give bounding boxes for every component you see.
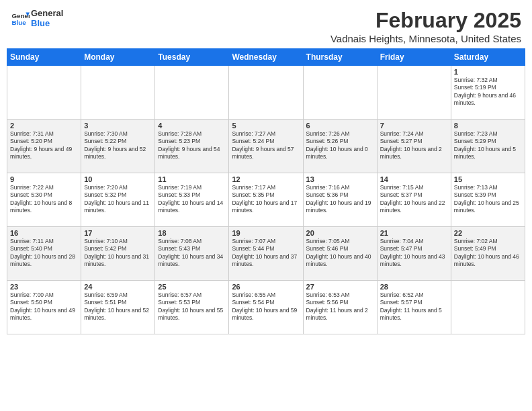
day-header-thursday: Thursday (303, 49, 377, 66)
day-info: Sunrise: 7:31 AM Sunset: 5:20 PM Dayligh… (10, 130, 78, 161)
week-row-4: 16Sunrise: 7:11 AM Sunset: 5:40 PM Dayli… (7, 227, 525, 281)
day-info: Sunrise: 7:20 AM Sunset: 5:32 PM Dayligh… (84, 184, 152, 215)
day-info: Sunrise: 7:23 AM Sunset: 5:29 PM Dayligh… (454, 130, 522, 161)
day-header-monday: Monday (81, 49, 155, 66)
day-info: Sunrise: 7:27 AM Sunset: 5:24 PM Dayligh… (232, 130, 300, 161)
day-number: 5 (232, 122, 300, 130)
day-info: Sunrise: 7:00 AM Sunset: 5:50 PM Dayligh… (10, 291, 78, 322)
day-number: 25 (158, 283, 226, 291)
day-cell: 10Sunrise: 7:20 AM Sunset: 5:32 PM Dayli… (81, 173, 155, 227)
day-info: Sunrise: 7:05 AM Sunset: 5:46 PM Dayligh… (306, 238, 374, 269)
week-row-2: 2Sunrise: 7:31 AM Sunset: 5:20 PM Daylig… (7, 120, 525, 173)
day-cell: 7Sunrise: 7:24 AM Sunset: 5:27 PM Daylig… (377, 120, 451, 173)
day-cell: 12Sunrise: 7:17 AM Sunset: 5:35 PM Dayli… (229, 173, 303, 227)
day-info: Sunrise: 7:13 AM Sunset: 5:39 PM Dayligh… (454, 184, 522, 215)
day-number: 14 (380, 175, 448, 183)
day-number: 7 (380, 122, 448, 130)
day-cell: 19Sunrise: 7:07 AM Sunset: 5:44 PM Dayli… (229, 227, 303, 281)
day-number: 8 (454, 122, 522, 130)
day-number: 19 (232, 229, 300, 237)
day-header-saturday: Saturday (451, 49, 525, 66)
day-number: 23 (10, 283, 78, 291)
day-cell (155, 66, 229, 120)
day-cell: 14Sunrise: 7:15 AM Sunset: 5:37 PM Dayli… (377, 173, 451, 227)
day-number: 11 (158, 175, 226, 183)
day-cell (7, 66, 81, 120)
day-cell (81, 66, 155, 120)
day-number: 17 (84, 229, 152, 237)
week-row-3: 9Sunrise: 7:22 AM Sunset: 5:30 PM Daylig… (7, 173, 525, 227)
header: General Blue General Blue February 2025 … (0, 0, 532, 48)
day-cell: 27Sunrise: 6:53 AM Sunset: 5:56 PM Dayli… (303, 281, 377, 334)
day-number: 20 (306, 229, 374, 237)
day-info: Sunrise: 6:57 AM Sunset: 5:53 PM Dayligh… (158, 291, 226, 322)
day-cell: 28Sunrise: 6:52 AM Sunset: 5:57 PM Dayli… (377, 281, 451, 334)
logo-line2: Blue (31, 18, 63, 28)
day-cell: 18Sunrise: 7:08 AM Sunset: 5:43 PM Dayli… (155, 227, 229, 281)
day-cell: 5Sunrise: 7:27 AM Sunset: 5:24 PM Daylig… (229, 120, 303, 173)
day-number: 13 (306, 175, 374, 183)
day-header-friday: Friday (377, 49, 451, 66)
day-cell (303, 66, 377, 120)
day-cell: 25Sunrise: 6:57 AM Sunset: 5:53 PM Dayli… (155, 281, 229, 334)
day-info: Sunrise: 7:10 AM Sunset: 5:42 PM Dayligh… (84, 238, 152, 269)
day-info: Sunrise: 7:17 AM Sunset: 5:35 PM Dayligh… (232, 184, 300, 215)
day-cell (377, 66, 451, 120)
day-cell (451, 281, 525, 334)
day-number: 3 (84, 122, 152, 130)
day-cell: 8Sunrise: 7:23 AM Sunset: 5:29 PM Daylig… (451, 120, 525, 173)
day-info: Sunrise: 7:28 AM Sunset: 5:23 PM Dayligh… (158, 130, 226, 161)
day-info: Sunrise: 7:30 AM Sunset: 5:22 PM Dayligh… (84, 130, 152, 161)
svg-text:Blue: Blue (11, 19, 26, 26)
day-info: Sunrise: 7:07 AM Sunset: 5:44 PM Dayligh… (232, 238, 300, 269)
day-info: Sunrise: 7:24 AM Sunset: 5:27 PM Dayligh… (380, 130, 448, 161)
day-cell (229, 66, 303, 120)
day-cell: 3Sunrise: 7:30 AM Sunset: 5:22 PM Daylig… (81, 120, 155, 173)
day-cell: 21Sunrise: 7:04 AM Sunset: 5:47 PM Dayli… (377, 227, 451, 281)
day-number: 18 (158, 229, 226, 237)
day-number: 2 (10, 122, 78, 130)
day-info: Sunrise: 7:04 AM Sunset: 5:47 PM Dayligh… (380, 238, 448, 269)
day-number: 21 (380, 229, 448, 237)
day-cell: 20Sunrise: 7:05 AM Sunset: 5:46 PM Dayli… (303, 227, 377, 281)
day-info: Sunrise: 7:16 AM Sunset: 5:36 PM Dayligh… (306, 184, 374, 215)
day-cell: 26Sunrise: 6:55 AM Sunset: 5:54 PM Dayli… (229, 281, 303, 334)
calendar-title: February 2025 (330, 8, 521, 33)
day-number: 27 (306, 283, 374, 291)
day-cell: 1Sunrise: 7:32 AM Sunset: 5:19 PM Daylig… (451, 66, 525, 120)
logo-icon: General Blue (11, 9, 30, 28)
day-cell: 22Sunrise: 7:02 AM Sunset: 5:49 PM Dayli… (451, 227, 525, 281)
day-number: 6 (306, 122, 374, 130)
day-info: Sunrise: 7:32 AM Sunset: 5:19 PM Dayligh… (454, 77, 522, 107)
day-number: 1 (454, 68, 522, 76)
day-number: 4 (158, 122, 226, 130)
day-cell: 15Sunrise: 7:13 AM Sunset: 5:39 PM Dayli… (451, 173, 525, 227)
day-info: Sunrise: 6:52 AM Sunset: 5:57 PM Dayligh… (380, 291, 448, 322)
day-cell: 4Sunrise: 7:28 AM Sunset: 5:23 PM Daylig… (155, 120, 229, 173)
day-number: 16 (10, 229, 78, 237)
day-info: Sunrise: 6:53 AM Sunset: 5:56 PM Dayligh… (306, 291, 374, 322)
day-header-sunday: Sunday (7, 49, 81, 66)
day-cell: 16Sunrise: 7:11 AM Sunset: 5:40 PM Dayli… (7, 227, 81, 281)
week-row-5: 23Sunrise: 7:00 AM Sunset: 5:50 PM Dayli… (7, 281, 525, 334)
calendar-subtitle: Vadnais Heights, Minnesota, United State… (330, 33, 521, 44)
day-number: 10 (84, 175, 152, 183)
day-number: 24 (84, 283, 152, 291)
day-info: Sunrise: 7:15 AM Sunset: 5:37 PM Dayligh… (380, 184, 448, 215)
day-number: 15 (454, 175, 522, 183)
day-header-wednesday: Wednesday (229, 49, 303, 66)
day-cell: 23Sunrise: 7:00 AM Sunset: 5:50 PM Dayli… (7, 281, 81, 334)
day-cell: 11Sunrise: 7:19 AM Sunset: 5:33 PM Dayli… (155, 173, 229, 227)
logo-line1: General (31, 8, 63, 18)
day-info: Sunrise: 6:55 AM Sunset: 5:54 PM Dayligh… (232, 291, 300, 322)
day-cell: 13Sunrise: 7:16 AM Sunset: 5:36 PM Dayli… (303, 173, 377, 227)
day-cell: 24Sunrise: 6:59 AM Sunset: 5:51 PM Dayli… (81, 281, 155, 334)
day-header-row: SundayMondayTuesdayWednesdayThursdayFrid… (7, 49, 525, 66)
week-row-1: 1Sunrise: 7:32 AM Sunset: 5:19 PM Daylig… (7, 66, 525, 120)
day-number: 28 (380, 283, 448, 291)
day-info: Sunrise: 7:02 AM Sunset: 5:49 PM Dayligh… (454, 238, 522, 269)
day-info: Sunrise: 6:59 AM Sunset: 5:51 PM Dayligh… (84, 291, 152, 322)
calendar-table: SundayMondayTuesdayWednesdayThursdayFrid… (7, 48, 525, 334)
logo: General Blue General Blue (11, 8, 63, 28)
day-number: 12 (232, 175, 300, 183)
